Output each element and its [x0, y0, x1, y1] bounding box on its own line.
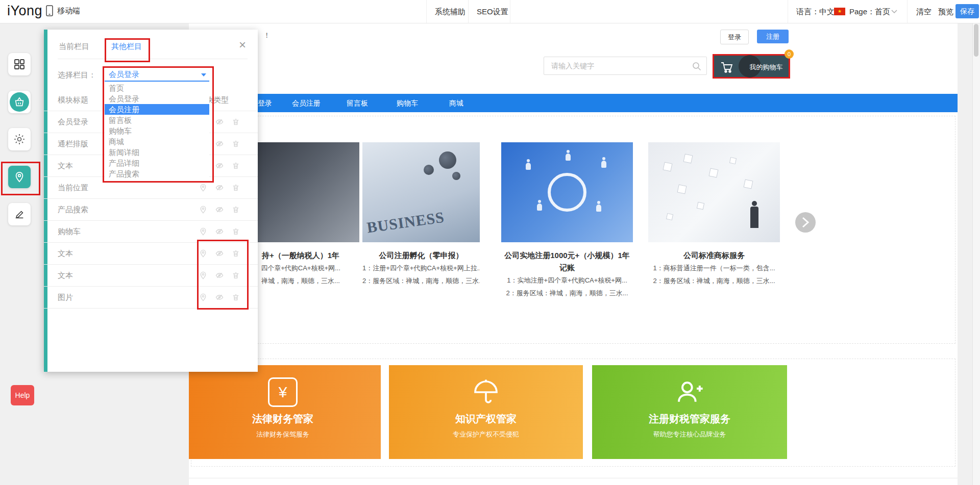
locate-icon[interactable] — [199, 227, 207, 236]
module-row-label: 文本 — [58, 155, 73, 176]
hide-icon[interactable] — [215, 118, 224, 126]
help-button[interactable]: Help — [11, 385, 34, 405]
sidebar-settings-button[interactable] — [8, 128, 31, 150]
hide-icon[interactable] — [215, 227, 224, 236]
mobile-view-button[interactable]: 移动端 — [46, 5, 80, 16]
dropdown-option[interactable]: 购物车 — [105, 125, 209, 136]
trash-icon[interactable] — [232, 162, 240, 170]
dropdown-option[interactable]: 会员登录 — [105, 93, 209, 104]
page-scrollbar[interactable] — [972, 23, 980, 485]
cart-count-badge: 0 — [785, 49, 794, 59]
module-row-label: 文本 — [58, 243, 73, 264]
dropdown-option[interactable]: 新闻详细 — [105, 147, 209, 158]
phone-icon — [46, 5, 53, 16]
nav-item-guestbook[interactable]: 留言板 — [347, 94, 368, 112]
hide-icon[interactable] — [215, 271, 224, 279]
banner-ip-steward[interactable]: 知识产权管家 专业保护产权不受侵犯 — [389, 365, 583, 459]
divider — [58, 59, 248, 59]
trash-icon[interactable] — [232, 271, 240, 279]
dropdown-option[interactable]: 产品搜索 — [105, 168, 209, 179]
site-register-button[interactable]: 注册 — [757, 30, 789, 43]
sidebar-layout-button[interactable] — [8, 53, 31, 75]
trash-icon[interactable] — [232, 184, 240, 192]
product-card[interactable]: 公司标准商标服务 1：商标普通注册一件（一标一类，包含... 2：服务区域：禅城… — [648, 142, 780, 287]
trash-icon[interactable] — [232, 249, 240, 258]
dropdown-option[interactable]: 留言板 — [105, 115, 209, 125]
cart-label: 我的购物车 — [743, 63, 790, 72]
locate-icon[interactable] — [199, 184, 207, 192]
locate-icon[interactable] — [199, 206, 207, 214]
scrollbar-thumb[interactable] — [974, 24, 978, 57]
site-search — [544, 57, 707, 75]
section-divider — [189, 478, 958, 478]
sidebar-edit-button[interactable] — [8, 203, 31, 225]
site-preview: ！ 登录 注册 我的购物车 0 会员登录 会员注册 留言板 购物车 商城 — [189, 23, 958, 485]
module-row-label: 会员登录 — [58, 111, 88, 133]
seo-settings-button[interactable]: SEO设置 — [477, 7, 508, 17]
module-row: 文本 — [44, 265, 258, 287]
banner-tax-steward[interactable]: 注册财税管家服务 帮助您专注核心品牌业务 — [592, 365, 787, 459]
product-image-network — [501, 142, 633, 242]
hide-icon[interactable] — [215, 206, 224, 214]
page-selector[interactable]: Page：首页 — [849, 7, 890, 17]
clear-button[interactable]: 清空 — [916, 7, 932, 17]
trash-icon[interactable] — [232, 118, 240, 126]
select-column-label: 选择栏目： — [58, 70, 96, 80]
locate-icon[interactable] — [199, 293, 207, 301]
module-row-label: 当前位置 — [58, 177, 88, 198]
banner-title: 知识产权管家 — [389, 412, 583, 426]
locate-icon[interactable] — [199, 249, 207, 258]
search-icon[interactable] — [692, 62, 701, 71]
hide-icon[interactable] — [215, 184, 224, 192]
dropdown-option[interactable]: 产品详细 — [105, 158, 209, 168]
tab-other-columns[interactable]: 其他栏目 — [111, 42, 142, 52]
product-image-businessman — [242, 142, 359, 242]
hide-icon[interactable] — [215, 249, 224, 258]
module-row-label: 购物车 — [58, 221, 81, 242]
nav-item-cart[interactable]: 购物车 — [397, 94, 418, 112]
product-card[interactable]: BUSINESS 公司注册孵化（零申报） 1：注册+四个章+代购CA+核税+网上… — [362, 142, 480, 287]
trash-icon[interactable] — [232, 206, 240, 214]
dropdown-option[interactable]: 首页 — [105, 83, 209, 93]
close-icon[interactable]: × — [239, 39, 246, 51]
nav-item-mall[interactable]: 商城 — [449, 94, 463, 112]
hide-icon[interactable] — [215, 140, 224, 148]
hide-icon[interactable] — [215, 162, 224, 170]
product-image-text: BUSINESS — [365, 209, 445, 237]
module-row-label: 通栏排版 — [58, 133, 88, 155]
my-cart-widget[interactable]: 我的购物车 0 — [713, 54, 790, 79]
divider — [907, 0, 908, 23]
product-desc-line: 2：服务区域：禅城，南海，顺德，三水... — [501, 287, 633, 299]
product-title: 公司注册孵化（零申报） — [362, 249, 480, 262]
banner-subtitle: 专业保护产权不受侵犯 — [389, 430, 583, 439]
dropdown-triangle-icon — [201, 73, 206, 76]
trash-icon[interactable] — [232, 227, 240, 236]
nav-item-member-register[interactable]: 会员注册 — [292, 94, 321, 112]
product-card[interactable]: 持+（一般纳税人）1年 四个章+代购CA+核税+网... 禅城，南海，顺德，三水… — [242, 142, 359, 287]
locate-icon[interactable] — [199, 271, 207, 279]
module-row-label: 图片 — [58, 287, 73, 308]
trash-icon[interactable] — [232, 140, 240, 148]
basket-icon — [10, 92, 29, 112]
banner-title: 注册财税管家服务 — [592, 412, 787, 426]
sidebar-shop-button[interactable] — [8, 91, 31, 113]
dropdown-option[interactable]: 商城 — [105, 136, 209, 147]
hide-icon[interactable] — [215, 293, 224, 301]
divider — [468, 0, 469, 23]
dropdown-option-selected[interactable]: 会员注册 — [105, 104, 209, 115]
save-button[interactable]: 保存 — [955, 4, 979, 18]
tab-current-column[interactable]: 当前栏目 — [59, 42, 89, 52]
system-assist-button[interactable]: 系统辅助 — [435, 7, 465, 17]
product-desc-line: 1：实地注册+四个章+代购CA+核税+网... — [501, 274, 633, 287]
search-input[interactable] — [550, 61, 690, 70]
column-select[interactable]: 会员登录 — [105, 68, 209, 82]
module-title-header: 模块标题 — [58, 89, 88, 111]
carousel-next-button[interactable] — [795, 212, 816, 233]
banner-legal-finance[interactable]: ¥ 法律财务管家 法律财务保驾服务 — [189, 365, 381, 459]
trash-icon[interactable] — [232, 293, 240, 301]
language-selector[interactable]: 语言：中文 — [796, 7, 835, 17]
product-card[interactable]: 公司实地注册1000元+（小规模）1年记账 1：实地注册+四个章+代购CA+核税… — [501, 142, 633, 299]
preview-button[interactable]: 预览 — [938, 7, 953, 17]
sidebar-position-button[interactable] — [8, 166, 31, 188]
site-login-button[interactable]: 登录 — [720, 30, 749, 44]
